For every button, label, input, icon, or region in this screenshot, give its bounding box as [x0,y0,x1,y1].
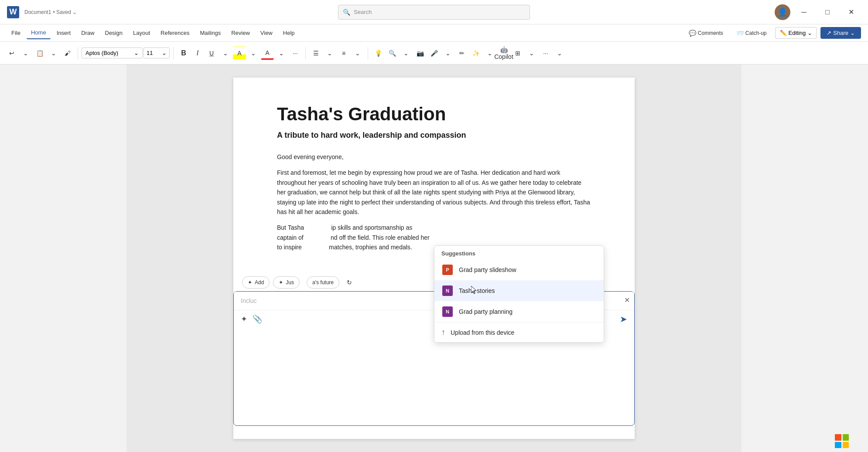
undo-button[interactable]: ↩ [5,47,18,60]
more-btn[interactable]: ··· [539,47,552,60]
document-body[interactable]: Good evening everyone, First and foremos… [277,152,591,252]
ai-panel-close-button[interactable]: ✕ [624,296,630,304]
windows-logo[interactable] [835,434,849,448]
avatar[interactable]: 👤 [775,4,790,20]
menu-view[interactable]: View [256,27,277,39]
add-label: Add [255,279,264,285]
microphone-btn[interactable]: 🎤 [427,47,441,60]
just-icon: ✦ [279,279,283,285]
refresh-button[interactable]: ↻ [343,276,356,289]
maximize-button[interactable]: □ [817,5,837,19]
format-group: B I U ⌄ A ⌄ A ⌄ ··· [177,47,302,60]
win-quad-blue [835,442,841,449]
screenshot-btn[interactable]: 📷 [413,47,427,60]
catchup-icon: 📨 [736,30,744,37]
menu-insert[interactable]: Insert [52,27,75,39]
menu-review[interactable]: Review [227,27,254,39]
mic-dropdown[interactable]: ⌄ [441,47,455,60]
menu-draw[interactable]: Draw [77,27,99,39]
menu-file[interactable]: File [7,27,25,39]
text-highlight-btn[interactable]: 💡 [372,47,385,60]
font-color-dropdown[interactable]: ⌄ [275,47,288,60]
doc-title: Document1 • Saved ⌄ [24,9,77,15]
table-btn[interactable]: ⊞ [511,47,524,60]
highlight-button[interactable]: A [233,47,246,60]
ai-send-button[interactable]: ➤ [620,314,627,324]
copilot-btn[interactable]: 🤖 Copilot [497,47,510,60]
menu-help[interactable]: Help [279,27,299,39]
menu-home[interactable]: Home [27,27,51,39]
font-color-button[interactable]: A [261,47,274,60]
bold-button[interactable]: B [177,47,190,60]
close-button[interactable]: ✕ [841,5,861,19]
upload-label: Upload from this device [451,329,514,336]
left-panel [0,65,126,452]
ai-input-text: Incluc [241,297,257,304]
ai-attach-button[interactable]: 📎 [253,314,262,324]
share-button[interactable]: ↗ Share ⌄ [820,27,861,39]
upload-item[interactable]: ↑ Upload from this device [434,322,604,342]
list-group: ☰ ⌄ ≡ ⌄ [309,47,364,60]
clipboard-dropdown[interactable]: ⌄ [47,47,60,60]
ppt-icon-0: P [441,264,454,276]
undo-group: ↩ ⌄ 📋 ⌄ 🖌 [5,47,74,60]
para2-text5: to inspire [277,244,302,251]
document-page[interactable]: Tasha's Graduation A tribute to hard wor… [233,78,635,439]
onenote-icon-1: N [441,285,454,297]
menu-layout[interactable]: Layout [129,27,154,39]
upload-arrow-icon: ↑ [441,328,445,337]
title-bar: W Document1 • Saved ⌄ 🔍 Search 👤 ─ □ ✕ [0,0,868,24]
ai-send-icon: ➤ [620,314,627,324]
menu-design[interactable]: Design [101,27,127,39]
add-button[interactable]: ✦ Add [242,276,270,289]
italic-button[interactable]: I [191,47,204,60]
highlight-dropdown[interactable]: ⌄ [247,47,260,60]
future-label: a's future [312,279,334,285]
undo-dropdown[interactable]: ⌄ [19,47,32,60]
font-size-selector[interactable]: 11 ⌄ [144,48,170,58]
menu-bar: File Home Insert Draw Design Layout Refe… [0,24,868,42]
powerpoint-icon: P [442,265,453,275]
word-icon: W [7,6,19,18]
editor-btn[interactable]: ✏ [455,47,468,60]
search-btn[interactable]: 🔍 [386,47,399,60]
ai-sparkle-icon: ✦ [241,314,247,324]
onenote-icon-2: N [442,306,453,317]
search-bar[interactable]: 🔍 Search [338,5,530,20]
table-dropdown[interactable]: ⌄ [525,47,538,60]
comments-icon: 💬 [689,30,696,37]
clipboard-button[interactable]: 📋 [33,47,46,60]
doc-canvas[interactable]: Tasha's Graduation A tribute to hard wor… [126,65,742,452]
ai-attach-icon: 📎 [253,314,262,324]
underline-dropdown[interactable]: ⌄ [219,47,232,60]
suggestion-item-2[interactable]: N Grad party planning [434,301,604,322]
suggestion-item-0[interactable]: P Grad party slideshow [434,259,604,280]
underline-button[interactable]: U [205,47,218,60]
expand-btn[interactable]: ⌄ [553,47,566,60]
bullet-list-dropdown[interactable]: ⌄ [323,47,336,60]
minimize-button[interactable]: ─ [794,5,814,19]
catchup-button[interactable]: 📨 Catch-up [731,27,772,39]
title-bar-left: W Document1 • Saved ⌄ [7,6,77,18]
editing-button[interactable]: ✏️ Editing ⌄ [775,27,817,39]
more-format-button[interactable]: ··· [289,47,302,60]
future-button[interactable]: a's future [307,276,339,289]
search-dropdown[interactable]: ⌄ [400,47,413,60]
ai-sparkle-button[interactable]: ✦ [241,314,247,324]
font-family-label: Aptos (Body) [85,50,118,56]
suggestion-item-1[interactable]: N Tasha stories [434,280,604,301]
format-painter-button[interactable]: 🖌 [61,47,74,60]
paragraph-align-button[interactable]: ≡ [337,47,350,60]
menu-references[interactable]: References [156,27,194,39]
bullet-list-button[interactable]: ☰ [309,47,322,60]
just-button[interactable]: ✦ Jus [273,276,300,289]
sensitive-btn[interactable]: ✨ [469,47,482,60]
comments-button[interactable]: 💬 Comments [684,27,728,39]
font-family-selector[interactable]: Aptos (Body) ⌄ [82,48,143,58]
share-icon: ↗ [827,30,831,36]
win-quad-red [835,434,841,441]
main-paragraph: First and foremost, let me begin by expr… [277,168,591,217]
paragraph-dropdown[interactable]: ⌄ [351,47,364,60]
menu-mailings[interactable]: Mailings [196,27,226,39]
search-input[interactable]: Search [354,9,372,15]
